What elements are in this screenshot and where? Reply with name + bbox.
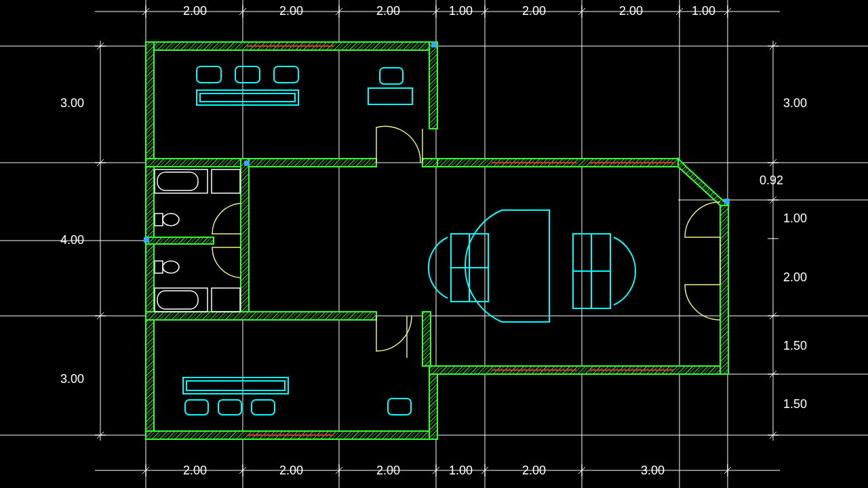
svg-rect-66 [185, 400, 208, 415]
dim-label: 2.00 [783, 270, 807, 284]
svg-rect-62 [380, 68, 403, 84]
svg-rect-86 [144, 237, 149, 243]
furniture-bottom-room [183, 378, 411, 415]
dim-label: 1.00 [783, 211, 807, 225]
svg-rect-32 [241, 159, 249, 316]
floor-plan: 2.00 2.00 2.00 1.00 2.00 2.00 1.00 2.00 … [0, 0, 868, 488]
svg-rect-63 [368, 88, 412, 104]
svg-rect-61 [274, 66, 298, 83]
svg-rect-68 [252, 400, 275, 415]
living-furniture [429, 210, 635, 322]
svg-rect-40 [429, 366, 437, 439]
dim-top: 2.00 2.00 2.00 1.00 2.00 2.00 1.00 [95, 4, 780, 18]
svg-rect-84 [244, 161, 250, 166]
svg-rect-44 [720, 200, 728, 374]
dim-label: 2.00 [376, 464, 400, 477]
dim-label: 3.00 [60, 372, 84, 386]
svg-rect-28 [422, 159, 437, 167]
dim-label: 2.00 [183, 4, 207, 18]
svg-rect-75 [157, 172, 198, 190]
svg-rect-36 [146, 312, 376, 320]
svg-rect-59 [197, 66, 221, 83]
svg-rect-64 [183, 378, 288, 394]
dim-label: 2.00 [522, 464, 546, 477]
dim-bottom: 2.00 2.00 2.00 1.00 2.00 3.00 [95, 464, 780, 477]
dim-label: 3.00 [60, 96, 84, 110]
svg-point-80 [163, 261, 179, 273]
svg-rect-42 [429, 366, 728, 374]
dim-label: 2.00 [279, 464, 303, 477]
svg-rect-87 [724, 199, 730, 204]
dim-label: 3.00 [783, 96, 807, 110]
svg-marker-47 [678, 159, 728, 205]
furniture-top-room [197, 66, 412, 105]
svg-rect-77 [155, 214, 163, 226]
svg-rect-24 [429, 42, 437, 129]
svg-rect-65 [186, 381, 285, 390]
dim-label: 2.00 [183, 464, 207, 477]
dim-label: 2.00 [279, 4, 303, 18]
dim-label: 1.50 [783, 397, 807, 411]
svg-rect-57 [197, 90, 298, 105]
windows [247, 46, 673, 435]
svg-rect-69 [388, 399, 411, 415]
dim-label: 3.00 [641, 464, 665, 477]
svg-rect-82 [157, 291, 198, 309]
dim-label: 4.00 [60, 233, 84, 247]
svg-point-78 [163, 214, 179, 226]
svg-rect-67 [218, 400, 241, 415]
svg-rect-83 [212, 288, 240, 312]
svg-rect-26 [146, 159, 376, 167]
svg-rect-76 [212, 169, 240, 193]
svg-rect-58 [200, 94, 295, 102]
svg-rect-79 [155, 261, 163, 273]
svg-rect-38 [422, 312, 431, 366]
dim-label: 2.00 [619, 4, 643, 18]
svg-rect-60 [235, 66, 260, 83]
svg-rect-85 [431, 42, 437, 47]
dim-label: 0.92 [760, 174, 783, 187]
dim-label: 1.00 [449, 4, 473, 18]
dim-label: 1.00 [692, 4, 715, 18]
dim-label: 1.00 [449, 464, 473, 477]
svg-rect-34 [146, 237, 214, 244]
dim-label: 2.00 [376, 4, 400, 18]
dim-label: 1.50 [783, 339, 807, 352]
dim-label: 2.00 [522, 4, 546, 18]
dim-right: 3.00 0.92 1.00 2.00 1.50 1.50 [760, 41, 807, 441]
